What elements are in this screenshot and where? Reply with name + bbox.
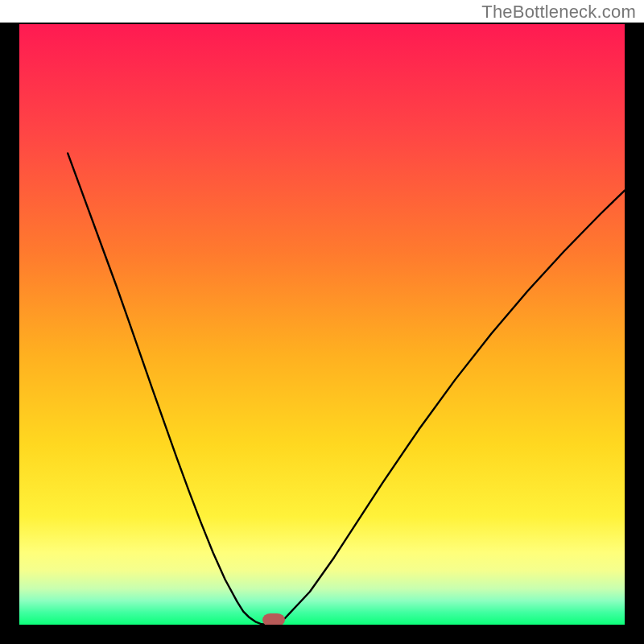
chart-outer-frame xyxy=(0,23,644,644)
optimal-point-marker xyxy=(262,613,285,625)
chart-plot-area xyxy=(19,24,625,625)
bottleneck-curve xyxy=(19,24,625,625)
watermark-text: TheBottleneck.com xyxy=(481,2,636,23)
